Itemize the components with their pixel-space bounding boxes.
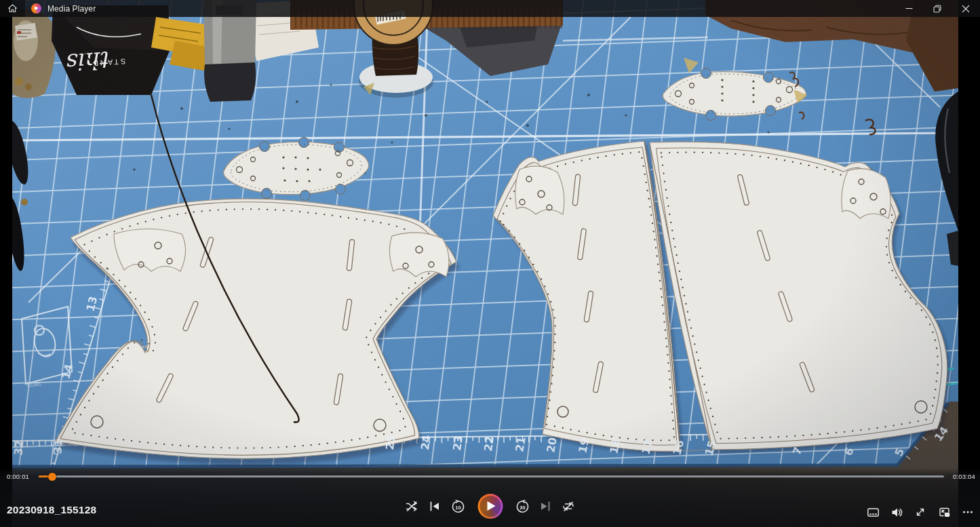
duration-time: 0:03:04 — [953, 473, 975, 480]
cast-button[interactable] — [866, 505, 880, 519]
window-title: Media Player — [47, 4, 96, 14]
video-surface[interactable]: ©1995 — [12, 0, 958, 527]
mini-player-icon — [938, 506, 951, 519]
vignette — [12, 0, 958, 527]
seek-bar[interactable] — [39, 475, 944, 477]
secondary-controls — [866, 505, 975, 519]
previous-icon — [429, 501, 441, 512]
mini-player-button[interactable] — [937, 505, 951, 519]
media-title: 20230918_155128 — [7, 504, 96, 516]
restore-icon — [933, 5, 941, 13]
volume-icon — [890, 506, 903, 519]
more-icon — [962, 506, 974, 518]
home-button[interactable] — [0, 0, 25, 17]
fullscreen-button[interactable] — [914, 505, 927, 519]
fullscreen-icon — [914, 506, 926, 518]
svg-text:30: 30 — [520, 504, 525, 510]
video-frame-image: ©1995 — [12, 0, 958, 527]
repeat-button[interactable] — [562, 500, 575, 513]
titlebar: Media Player — [0, 0, 980, 17]
cast-icon — [867, 506, 880, 519]
home-icon — [7, 3, 18, 14]
previous-button[interactable] — [428, 500, 442, 513]
media-player-window: ©1995 — [0, 0, 980, 527]
skip-forward-30-icon: 30 — [515, 500, 529, 513]
svg-text:10: 10 — [455, 504, 460, 510]
skip-forward-30-button[interactable]: 30 — [515, 500, 529, 513]
play-button[interactable] — [477, 494, 503, 519]
media-player-app-icon — [31, 3, 41, 14]
shuffle-button[interactable] — [405, 500, 418, 513]
player-controls-bar: 0:00:01 0:03:04 20230918_155128 — [0, 468, 980, 527]
repeat-off-icon — [562, 500, 575, 513]
minimize-button[interactable] — [895, 0, 923, 17]
close-button[interactable] — [952, 0, 980, 17]
volume-button[interactable] — [890, 505, 903, 519]
minimize-icon — [905, 5, 913, 12]
seek-thumb[interactable] — [48, 473, 56, 481]
seek-row: 0:00:01 0:03:04 — [0, 472, 980, 482]
skip-back-10-icon: 10 — [451, 500, 465, 513]
more-options-button[interactable] — [961, 505, 975, 519]
play-icon — [487, 501, 495, 511]
next-icon — [540, 501, 551, 512]
shuffle-off-icon — [406, 500, 418, 513]
restore-button[interactable] — [923, 0, 952, 17]
elapsed-time: 0:00:01 — [7, 473, 29, 480]
close-icon — [962, 5, 970, 13]
skip-back-10-button[interactable]: 10 — [451, 500, 465, 513]
transport-controls: 10 30 — [405, 494, 575, 519]
next-button[interactable] — [538, 500, 552, 513]
